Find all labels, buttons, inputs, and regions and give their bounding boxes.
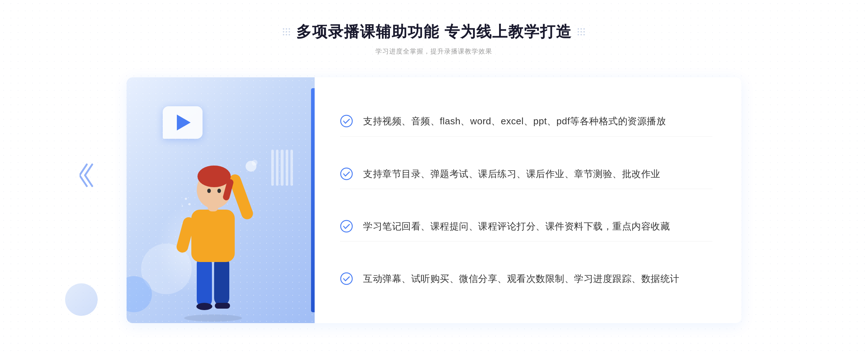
svg-point-20 xyxy=(341,168,352,180)
svg-point-12 xyxy=(207,189,211,193)
feature-item-4: 互动弹幕、试听购买、微信分享、观看次数限制、学习进度跟踪、数据统计 xyxy=(340,264,712,294)
svg-rect-2 xyxy=(214,257,229,305)
feature-text-1: 支持视频、音频、flash、word、excel、ppt、pdf等各种格式的资源… xyxy=(363,114,666,129)
person-illustration xyxy=(157,126,273,323)
svg-point-19 xyxy=(341,115,352,127)
feature-text-4: 互动弹幕、试听购买、微信分享、观看次数限制、学习进度跟踪、数据统计 xyxy=(363,271,680,287)
svg-point-16 xyxy=(185,198,187,200)
svg-point-13 xyxy=(217,189,221,193)
svg-rect-1 xyxy=(197,257,212,307)
feature-item-3: 学习笔记回看、课程提问、课程评论打分、课件资料下载，重点内容收藏 xyxy=(340,212,712,242)
check-icon-4 xyxy=(340,272,353,285)
svg-point-3 xyxy=(196,303,212,310)
svg-point-10 xyxy=(197,166,231,187)
main-title: 多项录播课辅助功能 专为线上教学打造 xyxy=(296,22,572,42)
svg-point-0 xyxy=(184,314,242,322)
feature-text-2: 支持章节目录、弹题考试、课后练习、课后作业、章节测验、批改作业 xyxy=(363,167,660,182)
feature-text-3: 学习笔记回看、课程提问、课程评论打分、课件资料下载，重点内容收藏 xyxy=(363,219,670,234)
left-chevron-decoration xyxy=(80,161,98,191)
right-title-decoration xyxy=(578,28,585,36)
svg-point-17 xyxy=(188,203,191,205)
feature-item-1: 支持视频、音频、flash、word、excel、ppt、pdf等各种格式的资源… xyxy=(340,107,712,137)
content-card: 支持视频、音频、flash、word、excel、ppt、pdf等各种格式的资源… xyxy=(127,77,741,323)
svg-rect-4 xyxy=(215,303,230,309)
svg-point-22 xyxy=(341,273,352,284)
main-subtitle: 学习进度全掌握，提升录播课教学效果 xyxy=(283,47,585,56)
svg-point-21 xyxy=(341,220,352,232)
features-area: 支持视频、音频、flash、word、excel、ppt、pdf等各种格式的资源… xyxy=(315,77,741,323)
page-container: 多项录播课辅助功能 专为线上教学打造 学习进度全掌握，提升录播课教学效果 xyxy=(0,0,868,352)
svg-point-18 xyxy=(182,205,183,207)
bottom-left-decoration xyxy=(65,283,98,316)
left-title-decoration xyxy=(283,28,290,36)
check-icon-3 xyxy=(340,220,353,233)
illustration-area xyxy=(127,77,315,323)
title-row: 多项录播课辅助功能 专为线上教学打造 xyxy=(283,22,585,42)
svg-point-15 xyxy=(252,160,258,166)
check-icon-1 xyxy=(340,115,353,128)
blue-accent-bar xyxy=(311,88,315,312)
svg-rect-5 xyxy=(191,210,235,262)
header-section: 多项录播课辅助功能 专为线上教学打造 学习进度全掌握，提升录播课教学效果 xyxy=(283,22,585,56)
deco-stripes xyxy=(271,150,293,186)
check-icon-2 xyxy=(340,167,353,180)
feature-item-2: 支持章节目录、弹题考试、课后练习、课后作业、章节测验、批改作业 xyxy=(340,159,712,189)
